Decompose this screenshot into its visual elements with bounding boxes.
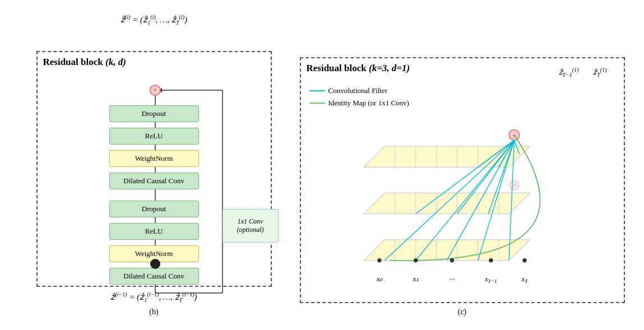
svg-text:···: ··· — [449, 275, 455, 283]
dropout-2: Dropout — [109, 105, 199, 122]
dropout-1: Dropout — [109, 201, 199, 217]
left-subtitle: (b) — [149, 308, 158, 317]
left-diagram-box: Residual block (k, d) — [36, 51, 272, 287]
svg-text:x₀: x₀ — [376, 275, 383, 283]
conv-optional-box: 1x1 Conv(optional) — [223, 209, 279, 243]
left-panel: ẑ(i) = (ẑ1(i), …, ẑT(i)) Residual block … — [20, 14, 289, 317]
svg-marker-22 — [364, 240, 530, 261]
dilated-causal-conv-1: Dilated Causal Conv — [109, 268, 199, 285]
right-subtitle: (c) — [458, 308, 467, 317]
svg-text:xT: xT — [521, 275, 528, 284]
plus-circle: + — [150, 85, 161, 96]
svg-point-67 — [450, 258, 453, 262]
svg-point-63 — [522, 258, 526, 262]
right-panel: Residual block (k=3, d=1) ẑT−1(1) ẑT(1) … — [300, 14, 625, 317]
svg-point-64 — [489, 258, 493, 262]
svg-marker-29 — [364, 193, 530, 213]
svg-text:xT−1: xT−1 — [484, 275, 497, 284]
dilated-causal-conv-2: Dilated Causal Conv — [109, 173, 199, 189]
input-dot — [150, 259, 160, 269]
svg-point-66 — [414, 258, 418, 262]
right-diagram-svg: + + — [301, 58, 624, 302]
svg-text:x₁: x₁ — [412, 275, 419, 283]
svg-point-65 — [377, 258, 381, 262]
right-diagram-box: Residual block (k=3, d=1) ẑT−1(1) ẑT(1) … — [300, 57, 625, 303]
main-container: ẑ(i) = (ẑ1(i), …, ẑT(i)) Residual block … — [14, 8, 631, 322]
svg-text:+: + — [512, 182, 516, 189]
top-equation: ẑ(i) = (ẑ1(i), …, ẑT(i)) — [121, 14, 187, 26]
relu-1: ReLU — [109, 223, 199, 240]
weight-norm-2: WeightNorm — [109, 150, 199, 167]
relu-2: ReLU — [109, 128, 199, 145]
